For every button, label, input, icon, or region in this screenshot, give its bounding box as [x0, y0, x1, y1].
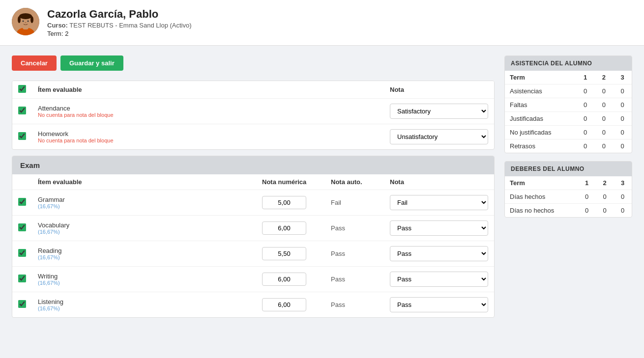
table-row: Asistencias000	[505, 84, 632, 98]
listening-pct: (16,67%)	[38, 305, 262, 311]
reading-auto: Pass	[331, 250, 390, 257]
grammar-name: Grammar	[38, 196, 262, 203]
grammar-row: Grammar (16,67%) Fail Fail Pass Merit Di…	[12, 190, 494, 216]
exam-col-auto: Nota auto.	[331, 178, 390, 186]
grammar-pct: (16,67%)	[38, 203, 262, 209]
header: Cazorla García, Pablo Curso: TEST REBUTS…	[0, 0, 644, 46]
writing-name: Writing	[38, 273, 262, 280]
attendance-row: Attendance No cuenta para nota del bloqu…	[12, 99, 494, 124]
attendance-select[interactable]: Satisfactory Unsatisfactory N/A	[390, 104, 488, 119]
deberes-panel: DEBERES DEL ALUMNO Term 1 2 3 Días hecho…	[504, 161, 632, 218]
attendance-sub: No cuenta para nota del bloque	[38, 112, 390, 118]
main-content: Cancelar Guardar y salir Ítem evaluable …	[0, 46, 644, 328]
course-line: Curso: TEST REBUTS - Emma Sand Llop (Act…	[47, 22, 192, 29]
writing-row: Writing (16,67%) Pass Fail Pass Merit Di…	[12, 267, 494, 292]
header-checkbox[interactable]	[18, 85, 26, 93]
svg-point-7	[19, 13, 32, 19]
vocabulary-name: Vocabulary	[38, 221, 262, 229]
table-row: Faltas000	[505, 98, 632, 112]
svg-point-8	[18, 16, 21, 23]
term-line: Term: 2	[47, 30, 192, 37]
vocabulary-auto: Pass	[331, 224, 390, 232]
save-button[interactable]: Guardar y salir	[60, 55, 123, 71]
grammar-checkbox[interactable]	[18, 198, 26, 206]
asistencia-table: Term 1 2 3 Asistencias000Faltas000Justif…	[505, 71, 632, 153]
deberes-col3: 3	[614, 176, 632, 190]
exam-header-row: Ítem evaluable Nota numérica Nota auto. …	[12, 174, 494, 190]
exam-title: Exam	[12, 156, 494, 174]
listening-name: Listening	[38, 298, 262, 305]
exam-col-num: Nota numérica	[262, 178, 331, 186]
listening-num-input[interactable]	[262, 298, 306, 311]
deberes-table: Term 1 2 3 Días hechos000Días no hechos0…	[505, 176, 632, 217]
student-name: Cazorla García, Pablo	[47, 8, 192, 21]
reading-checkbox[interactable]	[18, 249, 26, 257]
reading-pct: (16,67%)	[38, 254, 262, 260]
attendance-checkbox[interactable]	[18, 107, 26, 114]
writing-select[interactable]: Fail Pass Merit Distinction N/A	[390, 272, 488, 287]
basic-section: Ítem evaluable Nota Attendance No cuenta…	[12, 81, 495, 150]
svg-point-5	[28, 21, 29, 22]
listening-auto: Pass	[331, 301, 390, 308]
writing-auto: Pass	[331, 275, 390, 283]
grammar-select[interactable]: Fail Pass Merit Distinction N/A	[390, 195, 488, 210]
svg-point-4	[23, 21, 24, 22]
asistencia-col-term: Term	[505, 71, 576, 84]
table-row: Días no hechos000	[505, 204, 632, 218]
deberes-col-term: Term	[505, 176, 578, 190]
left-panel: Cancelar Guardar y salir Ítem evaluable …	[12, 55, 495, 318]
asistencia-col2: 2	[595, 71, 614, 84]
course-value: TEST REBUTS - Emma Sand Llop (Activo)	[69, 22, 191, 29]
homework-name: Homework	[38, 130, 390, 138]
basic-col-item: Ítem evaluable	[38, 86, 390, 93]
asistencia-col1: 1	[576, 71, 595, 84]
reading-num-input[interactable]	[262, 247, 306, 260]
basic-col-nota: Nota	[390, 86, 488, 93]
writing-pct: (16,67%)	[38, 280, 262, 286]
svg-point-9	[30, 16, 33, 23]
exam-section: Exam Ítem evaluable Nota numérica Nota a…	[12, 156, 495, 318]
homework-sub: No cuenta para nota del bloque	[38, 138, 390, 143]
reading-select[interactable]: Fail Pass Merit Distinction N/A	[390, 246, 488, 261]
table-row: Retrasos000	[505, 139, 632, 153]
term-value: 2	[65, 30, 68, 37]
course-label: Curso:	[47, 22, 68, 29]
listening-select[interactable]: Fail Pass Merit Distinction N/A	[390, 297, 488, 312]
exam-col-item: Ítem evaluable	[38, 178, 262, 186]
writing-checkbox[interactable]	[18, 275, 26, 282]
table-row: No justificadas000	[505, 126, 632, 139]
vocabulary-checkbox[interactable]	[18, 223, 26, 231]
reading-row: Reading (16,67%) Pass Fail Pass Merit Di…	[12, 241, 494, 267]
homework-checkbox[interactable]	[18, 132, 26, 140]
grammar-num-input[interactable]	[262, 196, 306, 209]
listening-row: Listening (16,67%) Pass Fail Pass Merit …	[12, 292, 494, 317]
term-label: Term:	[47, 30, 63, 37]
reading-name: Reading	[38, 247, 262, 254]
asistencia-title: ASISTENCIA DEL ALUMNO	[505, 56, 632, 71]
deberes-title: DEBERES DEL ALUMNO	[505, 162, 632, 176]
table-row: Justificadas000	[505, 112, 632, 126]
vocabulary-select[interactable]: Fail Pass Merit Distinction N/A	[390, 220, 488, 236]
listening-checkbox[interactable]	[18, 300, 26, 308]
exam-col-nota: Nota	[390, 178, 488, 186]
svg-point-6	[25, 22, 27, 23]
basic-header-row: Ítem evaluable Nota	[12, 81, 494, 99]
attendance-name: Attendance	[38, 105, 390, 112]
deberes-col1: 1	[578, 176, 596, 190]
vocabulary-pct: (16,67%)	[38, 229, 262, 235]
deberes-col2: 2	[596, 176, 614, 190]
right-panels: ASISTENCIA DEL ALUMNO Term 1 2 3 Asisten…	[504, 55, 632, 218]
grammar-auto: Fail	[331, 199, 390, 206]
asistencia-panel: ASISTENCIA DEL ALUMNO Term 1 2 3 Asisten…	[504, 55, 632, 153]
header-info: Cazorla García, Pablo Curso: TEST REBUTS…	[47, 8, 192, 37]
homework-row: Homework No cuenta para nota del bloque …	[12, 124, 494, 149]
asistencia-col3: 3	[613, 71, 632, 84]
homework-select[interactable]: Satisfactory Unsatisfactory N/A	[390, 129, 488, 144]
basic-header-check	[18, 85, 38, 94]
vocabulary-row: Vocabulary (16,67%) Pass Fail Pass Merit…	[12, 216, 494, 241]
cancel-button[interactable]: Cancelar	[12, 55, 57, 71]
writing-num-input[interactable]	[262, 273, 306, 286]
avatar	[12, 8, 39, 35]
vocabulary-num-input[interactable]	[262, 221, 306, 235]
table-row: Días hechos000	[505, 190, 632, 204]
